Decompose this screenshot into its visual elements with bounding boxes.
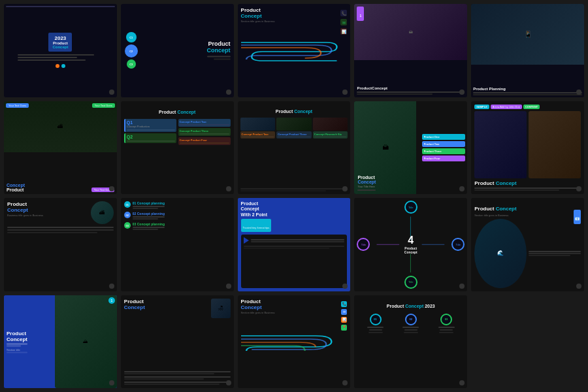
title-white: Product <box>387 304 405 308</box>
li2-l2 <box>124 378 204 380</box>
slide-r2c1[interactable]: 🏙 Your Text Goes Your Text Goes Concept … <box>4 101 117 195</box>
slide-r1c5[interactable]: 📱 Product Planning <box>471 4 584 97</box>
btn3: Your Text Goes <box>91 188 114 192</box>
item3-label: 03 Concept planning <box>133 222 165 226</box>
icon-mail: ✉ <box>340 19 347 25</box>
label2: Concept Product Three <box>276 131 312 139</box>
s02-l1 <box>402 327 419 328</box>
bottom-text <box>240 188 348 191</box>
concept-label1: Concept Product Two <box>180 120 229 123</box>
photo2 <box>276 118 312 131</box>
slide-r4c1[interactable]: Product Concept Section title goes in Bu… <box>471 198 584 291</box>
slide-r1c2[interactable]: C1 C2 C3 Product Concept <box>121 4 234 97</box>
header: Product Concept 2023 <box>357 299 464 310</box>
line1 <box>7 227 114 228</box>
step02-num: 02 <box>410 318 412 321</box>
item1: 01 01 Concept planning <box>124 201 231 209</box>
s01-l1 <box>367 327 384 328</box>
numbered-list: 01 01 Concept planning 02 02 Concept pla… <box>124 201 231 230</box>
slide-r4c2[interactable]: ⛰ 1 Product Concept Section title <box>4 295 117 389</box>
year-label: 2023 <box>52 35 68 41</box>
title-line2 <box>474 189 559 191</box>
steps-row: 01 02 03 <box>357 314 464 385</box>
step01-circle: 01 <box>370 314 382 325</box>
concept-circles: C1 C2 C3 <box>125 32 138 69</box>
circle-bottom-inner: Title <box>404 276 417 289</box>
title-row: Product Concept <box>474 180 581 191</box>
num3: 03 <box>126 224 129 227</box>
content-grid: Q1 Concept Production Q2 Concept Product… <box>124 119 231 191</box>
circle-two-label: C2 <box>129 50 133 53</box>
title: Product <box>276 109 294 114</box>
label-two: Product Two <box>422 141 466 147</box>
slide-r3c3[interactable]: 01 01 Concept planning 02 02 Concept pla… <box>121 198 234 291</box>
s02-l2 <box>404 329 417 331</box>
title: Product <box>241 7 275 13</box>
slide-r2c3[interactable]: Product Concept Concept Product Two Conc… <box>238 101 351 195</box>
arrow-row <box>244 237 345 244</box>
icon2-sym: ✉ <box>343 310 346 314</box>
text-col <box>529 219 581 288</box>
cl-label: Title <box>361 243 366 246</box>
top-btn: Your Text Goes <box>6 103 29 108</box>
icons-col: 📞 ✉ 📊 <box>340 10 347 35</box>
list-item2 <box>124 376 231 380</box>
photo-area: 🏔 <box>354 4 467 60</box>
text-lines <box>7 227 114 288</box>
photo-area: 🏙 <box>4 101 117 152</box>
slide-r4c4[interactable]: Product Concept Section title goes in Bu… <box>238 295 351 389</box>
step03-num: 03 <box>445 318 448 321</box>
concept-box3: Concept Product Four <box>178 137 231 145</box>
slide-r2c2[interactable]: Product Concept Q1 Concept Production Q2 <box>121 101 234 195</box>
title-block: Product Concept Section title goes in Bu… <box>241 7 275 23</box>
header: Product Concept Business title goes in B… <box>7 201 114 224</box>
subtitle: Trusted tiny format tips <box>243 226 270 229</box>
dl1 <box>251 239 345 240</box>
concept-box1: Concept Product Two <box>178 119 231 127</box>
items-col <box>124 320 231 385</box>
icon3: 📊 <box>341 317 347 323</box>
photo-right-col: ⛰ 1 <box>55 295 117 389</box>
icon3-sym: 📊 <box>342 318 346 321</box>
subtitle: Business title goes in Business <box>7 214 43 217</box>
l1-line <box>242 137 274 137</box>
circle-right: Title <box>451 238 465 251</box>
step01: 01 <box>367 314 384 333</box>
slide-r2c4[interactable]: 🏔 Product Concept Your Title Here Produc… <box>354 101 467 195</box>
title-block: Concept Product <box>7 183 25 192</box>
title: Product <box>7 330 27 336</box>
slide-r4c5[interactable]: Product Concept 2023 01 02 <box>354 295 467 389</box>
title: Product <box>474 206 495 212</box>
circle-three: C3 <box>127 59 136 69</box>
icon4: 📍 <box>341 325 347 331</box>
slide-r3c1[interactable]: SAMPLE Arrow Add by John Doe CONTENT Pro… <box>471 101 584 195</box>
list-item1 <box>124 371 231 374</box>
l1-title: Concept Product Two <box>242 133 274 136</box>
tl2 <box>529 253 581 254</box>
slide-r3c4[interactable]: ProductConceptWith 2 Point Trusted tiny … <box>238 198 351 291</box>
slide-r1c4[interactable]: 🏔 1 ProductConcept <box>354 4 467 97</box>
content-row <box>474 111 581 179</box>
icon1: 📞 <box>341 301 347 307</box>
title-accent: Concept <box>177 110 195 114</box>
slide-r1c3[interactable]: Product Concept Section title goes in Bu… <box>238 4 351 97</box>
icon-badge: 📧 <box>574 210 581 224</box>
num-circle3: 03 <box>124 222 131 229</box>
top-btn2: Your Text Goes <box>92 103 115 108</box>
title-block: Product Concept Section title goes in Bu… <box>474 201 581 217</box>
slide-r1c1[interactable]: 2023 Product Concept <box>4 4 117 97</box>
circle-bottom: Title <box>404 276 417 289</box>
circle-right-inner: Title <box>451 238 465 251</box>
mountain-emoji: 🏔 <box>382 144 389 151</box>
photo-emoji: 🏙 <box>99 210 105 216</box>
slides-grid: 2023 Product Concept C1 <box>0 0 588 392</box>
slide-r3c2[interactable]: Product Concept Business title goes in B… <box>4 198 117 291</box>
s01-l3 <box>368 332 383 333</box>
photo-area: 🏔 Product Concept Your Title Here <box>354 101 416 195</box>
lines-area <box>241 333 348 385</box>
li3-l1 <box>124 382 231 383</box>
slide-r3c5[interactable]: 4 Product Concept Title Title Title <box>354 198 467 291</box>
q1-label: Q1 <box>127 120 175 125</box>
slide-r4c3[interactable]: Product Concept 🏖 <box>121 295 234 389</box>
tag-sample: SAMPLE <box>474 105 489 109</box>
